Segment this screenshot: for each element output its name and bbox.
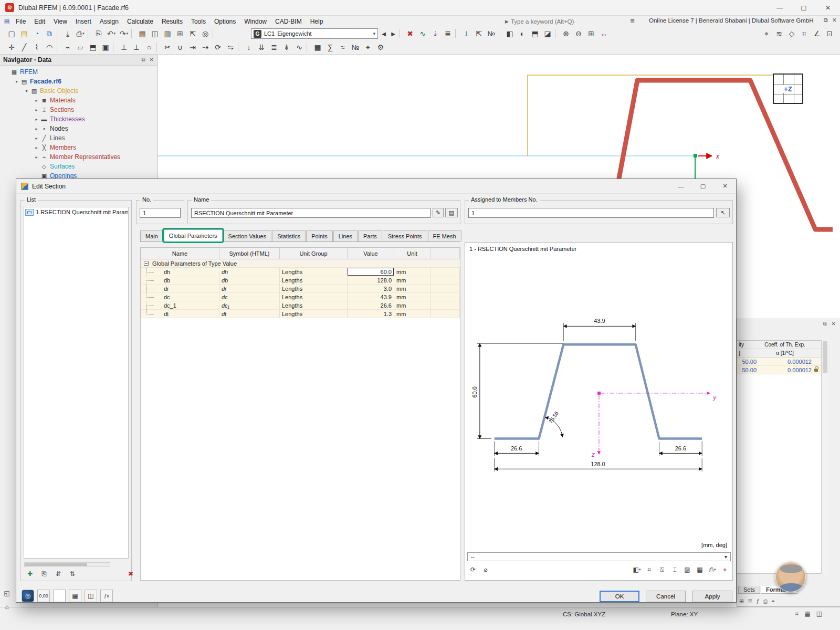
render-mode-icon[interactable]: ◧	[503, 28, 516, 40]
zoom-in-icon[interactable]: ⊕	[560, 28, 572, 40]
formula-icon[interactable]: ƒ	[756, 598, 759, 605]
panel-toggle-icon[interactable]: ◱	[2, 588, 12, 598]
close-icon[interactable]: ✕	[150, 57, 154, 63]
tab-parts[interactable]: Parts	[358, 230, 382, 242]
mirror-icon[interactable]: ⇋	[224, 41, 237, 54]
chevron-icon[interactable]: ▸	[33, 155, 40, 160]
tab-section-values[interactable]: Section Values	[223, 230, 272, 242]
minimize-button[interactable]: —	[768, 0, 792, 16]
menu-item[interactable]: Tools	[187, 17, 210, 26]
document-restore-icon[interactable]: ⧉	[824, 17, 828, 24]
copy-icon[interactable]: ⎘	[92, 28, 105, 40]
tree-item-member-representatives[interactable]: ▸ ⌁ Member Representatives	[0, 152, 157, 162]
menu-item[interactable]: Edit	[30, 17, 49, 26]
display-properties-button[interactable]: ◫	[85, 590, 97, 602]
dialog-zoom-button[interactable]: ◎	[22, 590, 34, 602]
new-section-button[interactable]: ✚	[24, 569, 36, 579]
new-chart-icon[interactable]: ⊞	[174, 28, 186, 40]
clip-plane-icon[interactable]: ⬒	[529, 28, 541, 40]
tab-global-parameters[interactable]: Global Parameters	[164, 229, 223, 242]
printout-report-icon[interactable]: ▥	[161, 28, 174, 40]
opening-icon[interactable]: ▣	[99, 41, 112, 54]
db[interactable]: db db Lengths 128.0 mm	[141, 276, 460, 285]
values-icon[interactable]: ≣	[442, 28, 454, 40]
tab-points[interactable]: Points	[306, 230, 333, 242]
zoom-out-icon[interactable]: ⊖	[572, 28, 585, 40]
chevron-icon[interactable]: ▸	[33, 108, 40, 112]
grid-icon[interactable]: ▦	[694, 565, 706, 574]
import-section-button[interactable]: ⇵	[52, 569, 64, 579]
numbering-icon[interactable]: №	[485, 28, 498, 40]
tab-stress-points[interactable]: Stress Points	[383, 230, 427, 242]
delete-results-icon[interactable]: ✖	[404, 28, 416, 40]
tree-item-surfaces[interactable]: ◇ Surfaces	[0, 162, 157, 171]
measure-icon[interactable]: ⌀	[480, 565, 491, 574]
visibility-icon[interactable]: ◪	[541, 28, 554, 40]
background-color-button[interactable]	[53, 590, 66, 602]
close-icon[interactable]: ✕	[832, 321, 836, 328]
loads-display-icon[interactable]: ⇣	[429, 28, 442, 40]
save-icon[interactable]: ⤓	[61, 28, 74, 40]
table-row[interactable]: 50.00 0.000012	[737, 358, 821, 366]
section-cut-icon[interactable]: ⌖	[362, 41, 374, 54]
work-plane-icon[interactable]: ◇	[785, 28, 798, 40]
line-support-icon[interactable]: ⟂	[130, 41, 143, 54]
chevron-icon[interactable]: ▸	[33, 145, 40, 150]
print-graphic-icon[interactable]: ⎙	[707, 565, 718, 574]
nodal-support-icon[interactable]: ⊥	[118, 41, 130, 54]
table-layout-icon[interactable]: ◫	[149, 28, 161, 40]
tree-item-members[interactable]: ▸ ╳ Members	[0, 143, 157, 152]
menu-item[interactable]: File	[12, 17, 30, 26]
previous-loadcase-icon[interactable]: ◀	[379, 28, 388, 40]
polyline-icon[interactable]: ⌇	[30, 41, 43, 54]
chevron-icon[interactable]: ▸	[33, 136, 40, 141]
cancel-button[interactable]: Cancel	[646, 591, 686, 602]
extend-icon[interactable]: ⇥	[186, 41, 199, 54]
formula-button[interactable]: ƒx	[100, 590, 113, 602]
sort-section-button[interactable]: ⇅	[67, 569, 78, 579]
nodal-load-icon[interactable]: ↓	[243, 41, 255, 54]
select-members-button[interactable]: ↖	[716, 208, 730, 217]
dh[interactable]: dh dh Lengths 60.0 mm	[141, 268, 460, 276]
menu-item[interactable]: Insert	[71, 17, 96, 26]
full-view-icon[interactable]: ⊡	[823, 28, 836, 40]
show-results-icon[interactable]: ∿	[416, 28, 429, 40]
free-line-load-icon[interactable]: ⇟	[280, 41, 293, 54]
imperfection-icon[interactable]: ∿	[293, 41, 306, 54]
tab-lines[interactable]: Lines	[333, 230, 358, 242]
zoom-window-icon[interactable]: ⊞	[585, 28, 597, 40]
angle-icon[interactable]: ∠	[811, 28, 823, 40]
chevron-icon[interactable]: ▾	[13, 79, 20, 84]
arc-icon[interactable]: ◠	[43, 41, 56, 54]
edit-node-icon[interactable]: ✛	[5, 41, 18, 54]
refresh-view-icon[interactable]: ⟳	[467, 565, 479, 574]
open-model-icon[interactable]: ▤	[18, 28, 30, 40]
section-list-item[interactable]: 1 RSECTION Querschnitt mit Parameter	[24, 207, 128, 217]
supports-icon[interactable]: ⊥	[460, 28, 472, 40]
rotate-icon[interactable]: ⟳	[212, 41, 224, 54]
menu-item[interactable]: Options	[210, 17, 240, 26]
chevron-icon[interactable]: ▸	[33, 127, 40, 131]
dc[interactable]: dc dc Lengths 43.9 mm	[141, 293, 460, 301]
member-load-icon[interactable]: ⇊	[255, 41, 268, 54]
view-cube[interactable]: +Z	[773, 74, 803, 104]
dialog-titlebar[interactable]: Edit Section — ▢ ✕	[16, 179, 736, 194]
dlubal-center-icon[interactable]: ◔	[30, 28, 43, 40]
redo-icon[interactable]: ↷	[118, 28, 130, 40]
tree-item-facade[interactable]: ▾ ▤ Facade.rf6	[0, 77, 157, 86]
dc_1[interactable]: dc_1 dc₁ Lengths 26.6 mm	[141, 301, 460, 310]
chevron-icon[interactable]: ▸	[33, 98, 40, 103]
hatching-icon[interactable]: ▨	[681, 565, 693, 574]
shadow-icon[interactable]: ◐	[516, 28, 529, 40]
document-close-icon[interactable]: ✕	[832, 17, 837, 24]
select-icon[interactable]: ⌖	[760, 28, 773, 40]
manage-models-icon[interactable]: ⧉	[43, 28, 56, 40]
dialog-minimize-button[interactable]: —	[670, 179, 692, 193]
menu-item[interactable]: View	[49, 17, 71, 26]
ok-button[interactable]: OK	[600, 591, 639, 602]
chevron-icon[interactable]: ▾	[23, 89, 30, 93]
area-load-icon[interactable]: ≣	[268, 41, 280, 54]
apply-button[interactable]: Apply	[692, 591, 732, 602]
dock-icon[interactable]: ⧉	[141, 57, 145, 63]
new-model-icon[interactable]: ▢	[5, 28, 18, 40]
